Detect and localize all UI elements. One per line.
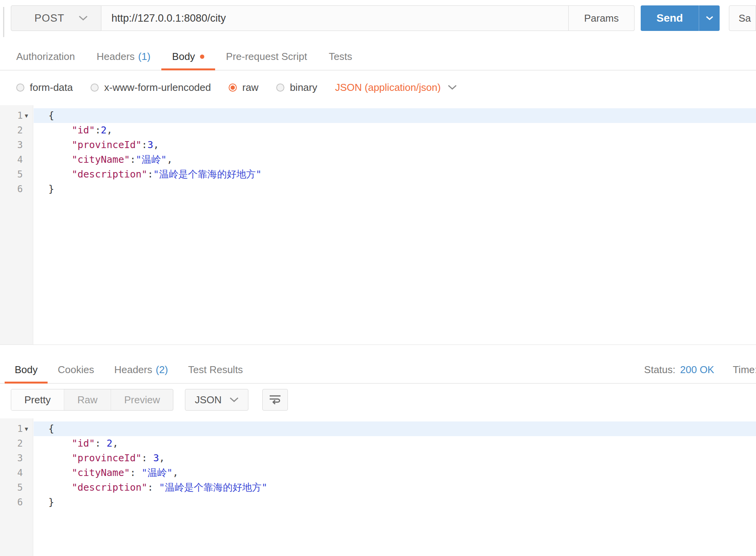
tab-label: Headers [97,51,135,63]
code-line[interactable]: "provinceId":3, [34,138,756,152]
body-has-content-dot [200,55,204,59]
editor-gutter: 1▾23456 [0,105,33,345]
tab-response-headers[interactable]: Headers (2) [104,356,178,383]
code-token: { [48,110,54,121]
fold-toggle-icon[interactable]: ▾ [23,108,33,123]
url-input[interactable]: http://127.0.0.1:8080/city [101,5,569,31]
body-type-form-data[interactable]: form-data [16,82,73,94]
code-token: : [142,139,147,150]
code-token: "cityName" [72,154,130,165]
code-token: , [159,452,165,464]
code-line[interactable]: "description":"温岭是个靠海的好地方" [34,167,756,182]
editor-code-area[interactable]: { "id":2, "provinceId":3, "cityName":"温岭… [34,105,756,196]
code-token [48,452,72,464]
tab-authorization[interactable]: Authorization [5,43,86,70]
body-type-binary[interactable]: binary [276,82,317,94]
line-number-label: 3 [17,138,23,152]
request-body-editor[interactable]: 1▾23456 { "id":2, "provinceId":3, "cityN… [0,105,756,345]
raw-button[interactable]: Raw [64,389,111,410]
status-label: Status: [644,364,676,376]
code-line[interactable]: } [34,495,756,510]
code-line[interactable]: } [34,182,756,196]
code-line[interactable]: { [34,421,756,436]
code-token: "温岭" [142,467,173,478]
sidebar-edge-divider [3,7,4,37]
code-token [48,154,72,165]
editor-gutter: 1▾23456 [0,418,33,556]
code-token [101,438,107,449]
tab-headers[interactable]: Headers (1) [86,43,161,70]
code-token: "provinceId" [72,139,142,150]
send-button[interactable]: Send [641,5,699,31]
method-dropdown[interactable]: POST [11,5,101,31]
editor-code-area[interactable]: { "id": 2, "provinceId": 3, "cityName": … [34,418,756,510]
tab-label: Headers [114,364,152,376]
tab-body[interactable]: Body [161,43,215,70]
body-type-urlencoded[interactable]: x-www-form-urlencoded [91,82,211,94]
response-headers-count-badge: (2) [156,364,168,376]
fold-toggle-icon[interactable]: ▾ [23,421,33,436]
line-number-label: 1 [17,108,23,123]
line-number-label: 2 [17,436,23,451]
code-token: : [130,467,136,478]
code-line[interactable]: "description": "温岭是个靠海的好地方" [34,480,756,495]
code-line[interactable]: { [34,108,756,123]
code-token: 3 [147,139,153,150]
code-token: "温岭" [136,154,167,165]
code-line[interactable]: "cityName": "温岭", [34,466,756,480]
code-line[interactable]: "cityName":"温岭", [34,152,756,167]
body-type-raw[interactable]: raw [229,82,258,94]
line-number-label: 4 [17,466,23,480]
code-line[interactable]: "id":2, [34,123,756,138]
format-dropdown[interactable]: JSON [185,389,248,411]
wrap-text-icon [268,394,282,406]
time-label: Time: [733,364,756,376]
tab-pre-request-script[interactable]: Pre-request Script [215,43,318,70]
code-token [48,482,72,493]
line-number: 6 [0,182,33,196]
line-number: 3 [0,451,33,466]
status-value: 200 OK [680,364,714,376]
code-token: : [95,125,101,136]
preview-button[interactable]: Preview [111,389,173,410]
line-number: 4 [0,466,33,480]
response-body-editor[interactable]: 1▾23456 { "id": 2, "provinceId": 3, "cit… [0,418,756,556]
send-options-caret[interactable] [699,5,720,31]
code-token: 2 [101,125,107,136]
chevron-down-icon [229,397,239,403]
params-button[interactable]: Params [569,5,635,31]
pretty-button[interactable]: Pretty [11,389,64,410]
method-label: POST [34,12,65,24]
code-line[interactable]: "provinceId": 3, [34,451,756,466]
content-type-selector[interactable]: JSON (application/json) [335,82,457,94]
code-token: , [173,467,178,478]
tab-label: Body [15,364,38,376]
radio-icon [91,84,99,92]
code-token: : [147,482,153,493]
code-token: : [147,169,153,180]
line-number: 4 [0,152,33,167]
code-token: "cityName" [72,467,130,478]
tab-label: Pre-request Script [226,51,307,63]
save-button[interactable]: Sa [729,5,756,31]
code-line[interactable]: "id": 2, [34,436,756,451]
line-number-label: 5 [17,167,23,182]
tab-test-results[interactable]: Test Results [178,356,253,383]
tab-response-body[interactable]: Body [5,356,48,383]
wrap-text-button[interactable] [262,389,288,411]
code-token: "description" [72,482,147,493]
tab-tests[interactable]: Tests [318,43,363,70]
tab-cookies[interactable]: Cookies [48,356,104,383]
view-mode-segmented-control: Pretty Raw Preview [11,389,173,411]
code-token: 3 [153,452,159,464]
code-token: 2 [107,438,113,449]
line-number: 5 [0,480,33,495]
tab-label: Authorization [16,51,75,63]
format-label: JSON [195,394,221,406]
code-token: } [48,496,54,508]
request-tabs: Authorization Headers (1) Body Pre-reque… [0,43,756,70]
code-token [147,452,153,464]
radio-icon [16,84,24,92]
radio-label: binary [290,82,317,94]
request-bar: POST http://127.0.0.1:8080/city Params S… [11,5,756,31]
